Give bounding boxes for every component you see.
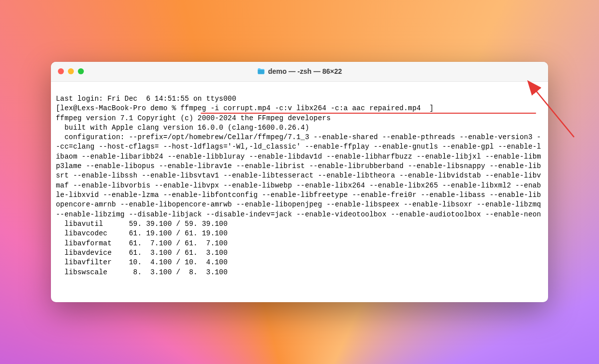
folder-icon [257, 68, 265, 75]
built-with-line: built with Apple clang version 16.0.0 (c… [56, 123, 543, 133]
minimize-icon[interactable] [68, 68, 74, 74]
lib-version-line: libavcodec 61. 19.100 / 61. 19.100 [56, 229, 543, 238]
lib-version-line: libavfilter 10. 4.100 / 10. 4.100 [56, 258, 543, 267]
command-text: ffmpeg -i corrupt.mp4 -c:v libx264 -c:a … [180, 104, 421, 112]
lib-version-line: libavdevice 61. 3.100 / 61. 3.100 [56, 248, 543, 258]
lib-version-line: libavutil 59. 39.100 / 59. 39.100 [56, 219, 543, 229]
terminal-body[interactable]: Last login: Fri Dec 6 14:51:55 on ttys00… [51, 82, 548, 303]
lib-version-line: libavformat 61. 7.100 / 61. 7.100 [56, 239, 543, 248]
window-title: demo — -zsh — 86×22 [268, 67, 342, 75]
configuration-block: configuration: --prefix=/opt/homebrew/Ce… [56, 133, 543, 219]
ffmpeg-version-line: ffmpeg version 7.1 Copyright (c) 2000-20… [56, 114, 543, 123]
close-icon[interactable] [58, 68, 64, 74]
traffic-lights [51, 68, 84, 74]
title-content: demo — -zsh — 86×22 [51, 67, 548, 75]
maximize-icon[interactable] [78, 68, 84, 74]
window-title-bar[interactable]: demo — -zsh — 86×22 [51, 62, 548, 82]
terminal-window: demo — -zsh — 86×22 Last login: Fri Dec … [51, 62, 548, 303]
prompt-line: [lex@Lexs-MacBook-Pro demo % ffmpeg -i c… [56, 104, 543, 113]
prompt-text: lex@Lexs-MacBook-Pro demo % [60, 104, 181, 112]
lib-version-line: libswscale 8. 3.100 / 8. 3.100 [56, 268, 543, 277]
command-underline-annotation [201, 113, 536, 114]
prompt-close-bracket: ] [421, 104, 434, 112]
prompt-open-bracket: [ [56, 104, 60, 112]
last-login-line: Last login: Fri Dec 6 14:51:55 on ttys00… [56, 94, 543, 104]
